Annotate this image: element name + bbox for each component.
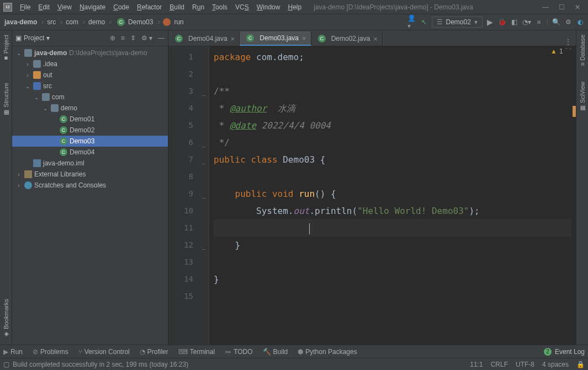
code-line[interactable] [214, 66, 571, 83]
panel-title[interactable]: Project ▾ [24, 34, 50, 42]
code-line[interactable]: } [214, 271, 571, 288]
editor-body[interactable]: ▲ 1 ˆ ˇ 123─456─7─89─101112─131415 packa… [168, 46, 576, 345]
panel-settings-icon[interactable]: ⚙ ▾ [141, 34, 152, 42]
menu-file[interactable]: File [17, 2, 34, 12]
code-line[interactable]: public void run() { [214, 185, 571, 202]
code-line[interactable] [214, 254, 571, 271]
tool-vcs[interactable]: ⑂Version Control [78, 348, 130, 356]
line-number[interactable]: 9─ [168, 185, 209, 202]
code-area[interactable]: package com.demo;/** * @author 水滴 * @dat… [209, 46, 576, 345]
menu-window[interactable]: Window [253, 2, 284, 12]
menu-help[interactable]: Help [284, 2, 305, 12]
tree-item-java-demo-iml[interactable]: java-demo.iml [12, 158, 168, 169]
expand-toggle[interactable]: › [15, 183, 22, 189]
code-line[interactable]: * @author 水滴 [214, 100, 571, 117]
tool-terminal[interactable]: ⌨Terminal [178, 348, 215, 356]
close-tab-icon[interactable]: × [373, 35, 378, 43]
profile-button[interactable]: ◔▾ [522, 18, 531, 26]
tool-project[interactable]: ■ Project [3, 33, 9, 64]
crumb-src[interactable]: src [38, 18, 57, 26]
tree-item-demo04[interactable]: CDemo04 [12, 147, 168, 158]
menu-refactor[interactable]: Refactor [134, 2, 165, 12]
close-tab-icon[interactable]: × [231, 35, 235, 43]
error-stripe-mark[interactable] [573, 106, 576, 117]
tree-item-src[interactable]: ⌄src [12, 81, 168, 92]
select-opened-icon[interactable]: ⊕ [110, 34, 115, 42]
tool-profiler[interactable]: ◔Profiler [140, 348, 168, 356]
tab-demo04-java[interactable]: CDemo04.java× [168, 31, 240, 46]
intellij-icon[interactable]: ◐ [576, 18, 585, 26]
settings-icon[interactable]: ⚙ [564, 18, 573, 26]
line-number[interactable]: 11 [168, 219, 209, 237]
line-number[interactable]: 4 [168, 100, 209, 117]
readonly-lock-icon[interactable]: 🔒 [576, 361, 585, 368]
line-number[interactable]: 5 [168, 117, 209, 134]
run-button[interactable]: ▶ [486, 18, 495, 26]
editor-gutter[interactable]: 123─456─7─89─101112─131415 [168, 46, 209, 345]
status-icon[interactable]: ▢ [3, 361, 9, 368]
crumb-com[interactable]: com [57, 18, 80, 26]
tree-item-demo02[interactable]: CDemo02 [12, 125, 168, 136]
close-button[interactable]: ✕ [575, 3, 580, 11]
user-icon[interactable]: 👤▾ [407, 18, 416, 26]
code-line[interactable]: } [214, 237, 571, 254]
menu-tools[interactable]: Tools [209, 2, 231, 12]
tool-sciview[interactable]: ▦ SciView [579, 79, 586, 114]
code-line[interactable]: /** [214, 83, 571, 100]
back-arrow-icon[interactable]: ↖ [420, 18, 428, 26]
crumb-class[interactable]: CDemo03 [106, 18, 154, 26]
tool-structure[interactable]: ▦ Structure [2, 81, 9, 119]
tree-item-demo03[interactable]: CDemo03 [12, 136, 168, 147]
tree-item-scratches-and-consoles[interactable]: ›Scratches and Consoles [12, 180, 168, 191]
crumb-root[interactable]: java-demo [3, 18, 38, 26]
expand-toggle[interactable]: › [24, 61, 31, 67]
tree-item-external-libraries[interactable]: ›External Libraries [12, 169, 168, 180]
code-line[interactable] [214, 168, 571, 185]
status-line-sep[interactable]: CRLF [491, 361, 508, 368]
line-number[interactable]: 10 [168, 202, 209, 219]
status-encoding[interactable]: UTF-8 [516, 361, 534, 368]
line-number[interactable]: 3─ [168, 83, 209, 100]
debug-button[interactable]: 🐞 [498, 18, 507, 26]
line-number[interactable]: 7─ [168, 151, 209, 168]
tool-run[interactable]: ▶Run [3, 348, 23, 356]
code-line[interactable] [214, 219, 571, 237]
line-number[interactable]: 6─ [168, 134, 209, 151]
tool-todo[interactable]: ≔TODO [225, 348, 252, 356]
tool-database[interactable]: ≡ Database [579, 33, 586, 68]
line-number[interactable]: 14 [168, 271, 209, 288]
line-number[interactable]: 8 [168, 168, 209, 185]
line-number[interactable]: 13 [168, 254, 209, 271]
menu-run[interactable]: Run [189, 2, 208, 12]
menu-view[interactable]: View [54, 2, 75, 12]
code-line[interactable]: */ [214, 134, 571, 151]
tool-problems[interactable]: ⊘Problems [33, 348, 68, 356]
tree-item-demo01[interactable]: CDemo01 [12, 114, 168, 125]
tool-python[interactable]: ⬢Python Packages [298, 348, 357, 356]
tab-demo03-java[interactable]: CDemo03.java× [240, 31, 311, 46]
coverage-button[interactable]: ◧ [510, 18, 519, 26]
stop-button[interactable]: ■ [534, 18, 543, 26]
tool-bookmarks[interactable]: ◈ Bookmarks [2, 297, 9, 340]
line-number[interactable]: 15 [168, 288, 209, 305]
expand-all-icon[interactable]: ≡ [121, 34, 125, 42]
collapse-all-icon[interactable]: ⇕ [130, 34, 136, 42]
code-line[interactable]: System.out.println("Hello World! Demo03"… [214, 202, 571, 219]
expand-toggle[interactable]: ⌄ [15, 50, 22, 56]
menu-build[interactable]: Build [166, 2, 188, 12]
line-number[interactable]: 12─ [168, 237, 209, 254]
close-tab-icon[interactable]: × [302, 34, 306, 42]
menu-edit[interactable]: Edit [35, 2, 53, 12]
status-caret-pos[interactable]: 11:1 [470, 361, 483, 368]
run-config-selector[interactable]: ☰ Demo02 ▾ [432, 17, 483, 28]
code-line[interactable]: * @date 2022/4/4 0004 [214, 117, 571, 134]
expand-toggle[interactable]: › [15, 171, 22, 178]
crumb-method[interactable]: run [154, 18, 184, 26]
tree-item-java-demo[interactable]: ⌄java-demoD:\IdeaProjects\java-demo [12, 47, 168, 58]
line-number[interactable]: 1 [168, 49, 209, 66]
tab-options[interactable]: ⋮ [560, 38, 576, 46]
code-line[interactable] [214, 288, 571, 305]
event-log-button[interactable]: Event Log [555, 348, 585, 356]
tree-item-out[interactable]: ›out [12, 69, 168, 81]
minimize-button[interactable]: — [542, 3, 549, 11]
